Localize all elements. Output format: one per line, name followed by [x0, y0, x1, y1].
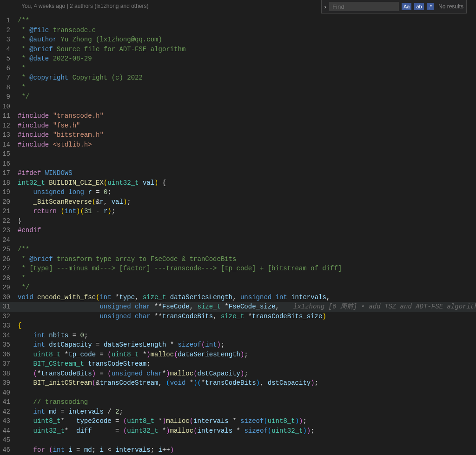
code-editor[interactable]: 1/**2 * @file transcode.c3 * @author Yu … — [0, 16, 476, 455]
find-match-word-button[interactable]: ab — [414, 3, 423, 10]
code-content[interactable]: #include "fse.h" — [18, 121, 476, 131]
code-line[interactable]: 23#endif — [0, 226, 476, 235]
code-line[interactable]: 33{ — [0, 321, 476, 331]
code-line[interactable]: 32 unsigned char **transCodeBits, size_t… — [0, 312, 476, 321]
code-line[interactable]: 31 unsigned char **FseCode, size_t *FseC… — [0, 302, 476, 312]
code-content[interactable]: uint8_t *tp_code = (uint8_t *)malloc(dat… — [18, 350, 476, 360]
code-line[interactable]: 5 * @date 2022-08-29 — [0, 54, 476, 64]
code-content[interactable]: // transcoding — [18, 397, 476, 407]
code-content[interactable] — [18, 435, 476, 445]
code-content[interactable]: * @date 2022-08-29 — [18, 54, 476, 64]
code-line[interactable]: 11#include "transcode.h" — [0, 111, 476, 121]
code-content[interactable]: #include "bitstream.h" — [18, 130, 476, 140]
code-content[interactable]: uint32_t* diff = (uint32_t *)malloc(inte… — [18, 426, 476, 436]
code-content[interactable]: * — [18, 274, 476, 283]
code-content[interactable]: /** — [18, 16, 476, 26]
code-content[interactable] — [18, 149, 476, 159]
code-content[interactable]: * @brief transform type array to FseCode… — [18, 254, 476, 264]
code-line[interactable]: 39 BIT_initCStream(&transCodeStream, (vo… — [0, 378, 476, 388]
code-line[interactable]: 10 — [0, 102, 476, 112]
code-content[interactable]: #include "transcode.h" — [18, 111, 476, 121]
code-content[interactable]: unsigned char **FseCode, size_t *FseCode… — [18, 302, 476, 312]
code-content[interactable]: * @file transcode.c — [18, 26, 476, 35]
code-line[interactable]: 14#include <stdlib.h> — [0, 140, 476, 150]
code-line[interactable]: 43 uint8_t* type2code = (uint8_t *)mallo… — [0, 416, 476, 426]
code-content[interactable]: * — [18, 64, 476, 74]
code-line[interactable]: 26 * @brief transform type array to FseC… — [0, 254, 476, 264]
code-line[interactable]: 6 * — [0, 64, 476, 74]
code-content[interactable] — [18, 235, 476, 245]
code-content[interactable]: int nbits = 0; — [18, 331, 476, 341]
code-content[interactable]: #endif — [18, 226, 476, 235]
code-content[interactable]: BIT_initCStream(&transCodeStream, (void … — [18, 378, 476, 388]
code-line[interactable]: 27 * [type] ---minus md---> [factor] ---… — [0, 264, 476, 274]
code-content[interactable]: uint8_t* type2code = (uint8_t *)malloc(i… — [18, 416, 476, 426]
code-line[interactable]: 41 // transcoding — [0, 397, 476, 407]
code-content[interactable]: _BitScanReverse(&r, val); — [18, 197, 476, 207]
code-line[interactable]: 30void encode_with_fse(int *type, size_t… — [0, 293, 476, 302]
find-match-case-button[interactable]: Aa — [402, 3, 411, 10]
code-content[interactable] — [18, 159, 476, 169]
code-content[interactable]: */ — [18, 283, 476, 293]
code-line[interactable]: 36 uint8_t *tp_code = (uint8_t *)malloc(… — [0, 350, 476, 360]
code-line[interactable]: 46 for (int i = md; i < intervals; i++) — [0, 445, 476, 455]
code-line[interactable]: 1/** — [0, 16, 476, 26]
code-line[interactable]: 25/** — [0, 245, 476, 254]
code-line[interactable]: 13#include "bitstream.h" — [0, 130, 476, 140]
code-content[interactable]: int32_t BUILDIN_CLZ_EX(uint32_t val) { — [18, 178, 476, 188]
code-line[interactable]: 28 * — [0, 274, 476, 283]
code-line[interactable]: 42 int md = intervals / 2; — [0, 407, 476, 417]
code-line[interactable]: 4 * @brief Source file for ADT-FSE algor… — [0, 45, 476, 54]
code-content[interactable]: * [type] ---minus md---> [factor] ---tra… — [18, 264, 476, 274]
code-line[interactable]: 15 — [0, 149, 476, 159]
code-line[interactable]: 2 * @file transcode.c — [0, 26, 476, 35]
code-content[interactable]: #ifdef WINDOWS — [18, 168, 476, 178]
code-content[interactable]: unsigned long r = 0; — [18, 187, 476, 197]
code-content[interactable] — [18, 102, 476, 112]
code-line[interactable]: 22} — [0, 216, 476, 226]
code-content[interactable]: (*transCodeBits) = (unsigned char*)mallo… — [18, 369, 476, 379]
code-content[interactable]: for (int i = md; i < intervals; i++) — [18, 445, 476, 455]
code-content[interactable]: /** — [18, 245, 476, 254]
code-content[interactable] — [18, 388, 476, 398]
find-regex-button[interactable]: .* — [427, 3, 434, 10]
code-line[interactable]: 40 — [0, 388, 476, 398]
code-content[interactable]: * @copyright Copyright (c) 2022 — [18, 73, 476, 83]
code-line[interactable]: 3 * @author Yu Zhong (lx1zhong@qq.com) — [0, 35, 476, 45]
code-content[interactable]: BIT_CStream_t transCodeStream; — [18, 359, 476, 369]
find-input[interactable] — [329, 2, 399, 11]
code-content[interactable]: unsigned char **transCodeBits, size_t *t… — [18, 312, 476, 321]
code-line[interactable]: 19 unsigned long r = 0; — [0, 187, 476, 197]
code-content[interactable]: int md = intervals / 2; — [18, 407, 476, 417]
code-content[interactable]: int dstCapacity = dataSeriesLength * siz… — [18, 340, 476, 350]
code-line[interactable]: 21 return (int)(31 - r); — [0, 207, 476, 216]
find-bar[interactable]: › Aa ab .* No results — [321, 0, 467, 13]
code-line[interactable]: 44 uint32_t* diff = (uint32_t *)malloc(i… — [0, 426, 476, 436]
code-content[interactable]: */ — [18, 92, 476, 102]
code-line[interactable]: 17#ifdef WINDOWS — [0, 168, 476, 178]
code-content[interactable]: } — [18, 216, 476, 226]
code-line[interactable]: 20 _BitScanReverse(&r, val); — [0, 197, 476, 207]
code-line[interactable]: 12#include "fse.h" — [0, 121, 476, 131]
code-line[interactable]: 18int32_t BUILDIN_CLZ_EX(uint32_t val) { — [0, 178, 476, 188]
find-toggle-icon[interactable]: › — [324, 3, 326, 10]
code-content[interactable]: * @author Yu Zhong (lx1zhong@qq.com) — [18, 35, 476, 45]
code-content[interactable]: return (int)(31 - r); — [18, 207, 476, 216]
code-content[interactable]: void encode_with_fse(int *type, size_t d… — [18, 293, 476, 302]
code-content[interactable]: * @brief Source file for ADT-FSE algorit… — [18, 45, 476, 54]
line-number: 2 — [0, 26, 18, 35]
code-line[interactable]: 45 — [0, 435, 476, 445]
code-line[interactable]: 7 * @copyright Copyright (c) 2022 — [0, 73, 476, 83]
code-content[interactable]: * — [18, 83, 476, 93]
code-line[interactable]: 16 — [0, 159, 476, 169]
code-line[interactable]: 8 * — [0, 83, 476, 93]
code-line[interactable]: 34 int nbits = 0; — [0, 331, 476, 341]
code-line[interactable]: 37 BIT_CStream_t transCodeStream; — [0, 359, 476, 369]
code-line[interactable]: 9 */ — [0, 92, 476, 102]
code-content[interactable]: #include <stdlib.h> — [18, 140, 476, 150]
code-line[interactable]: 24 — [0, 235, 476, 245]
code-line[interactable]: 38 (*transCodeBits) = (unsigned char*)ma… — [0, 369, 476, 379]
code-line[interactable]: 35 int dstCapacity = dataSeriesLength * … — [0, 340, 476, 350]
code-line[interactable]: 29 */ — [0, 283, 476, 293]
code-content[interactable]: { — [18, 321, 476, 331]
